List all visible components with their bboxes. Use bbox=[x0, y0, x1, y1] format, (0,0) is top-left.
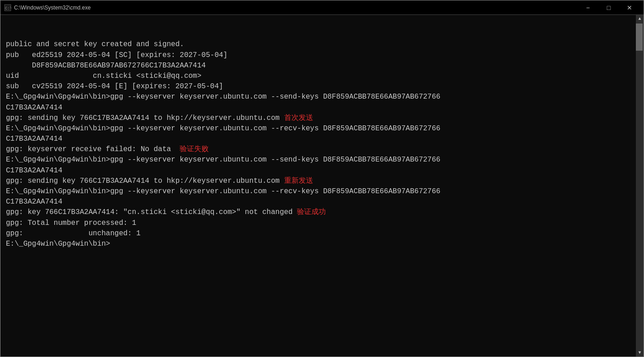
console-line: C17B3A2AA7414 bbox=[6, 134, 638, 144]
console-line: E:\_Gpg4win\Gpg4win\bin>gpg --keyserver … bbox=[6, 92, 638, 102]
console-line: gpg: Total number processed: 1 bbox=[6, 218, 638, 228]
console-line: gpg: sending key 766C17B3A2AA7414 to hkp… bbox=[6, 113, 638, 124]
minimize-button[interactable]: − bbox=[577, 0, 598, 15]
console-line: D8F859ACBB78E66AB97AB672766C17B3A2AA7414 bbox=[6, 61, 638, 71]
console-output: public and secret key created and signed… bbox=[0, 15, 644, 357]
scrollbar-thumb[interactable] bbox=[636, 24, 643, 51]
annotation-text: 验证失败 bbox=[180, 145, 209, 153]
console-line: E:\_Gpg4win\Gpg4win\bin>gpg --keyserver … bbox=[6, 186, 638, 197]
console-line: pub ed25519 2024-05-04 [SC] [expires: 20… bbox=[6, 50, 638, 61]
console-line: C17B3A2AA7414 bbox=[6, 197, 638, 207]
close-button[interactable]: ✕ bbox=[619, 0, 640, 15]
console-line: C17B3A2AA7414 bbox=[6, 166, 638, 176]
app-icon: C:\ bbox=[4, 4, 11, 11]
console-line: E:\_Gpg4win\Gpg4win\bin>gpg --keyserver … bbox=[6, 124, 638, 134]
console-line: public and secret key created and signed… bbox=[6, 39, 638, 50]
scrollbar-track[interactable] bbox=[636, 23, 644, 349]
annotation-text: 首次发送 bbox=[284, 114, 313, 122]
console-line: E:\_Gpg4win\Gpg4win\bin>gpg --keyserver … bbox=[6, 155, 638, 165]
annotation-text: 重新发送 bbox=[284, 177, 313, 185]
window-title: C:\Windows\System32\cmd.exe bbox=[14, 5, 577, 11]
console-line: gpg: unchanged: 1 bbox=[6, 228, 638, 239]
annotation-text: 验证成功 bbox=[297, 208, 326, 216]
console-text: public and secret key created and signed… bbox=[6, 19, 638, 249]
cmd-window: C:\ C:\Windows\System32\cmd.exe − □ ✕ pu… bbox=[0, 0, 644, 357]
console-line: C17B3A2AA7414 bbox=[6, 103, 638, 113]
maximize-button[interactable]: □ bbox=[598, 0, 619, 15]
console-line: gpg: keyserver receive failed: No data 验… bbox=[6, 144, 638, 155]
scroll-up-arrow[interactable]: ▲ bbox=[636, 15, 644, 23]
console-line: sub cv25519 2024-05-04 [E] [expires: 202… bbox=[6, 81, 638, 92]
titlebar: C:\ C:\Windows\System32\cmd.exe − □ ✕ bbox=[0, 0, 644, 15]
console-line: gpg: sending key 766C17B3A2AA7414 to hkp… bbox=[6, 176, 638, 186]
console-line: gpg: key 766C17B3A2AA7414: "cn.sticki <s… bbox=[6, 207, 638, 218]
console-line: uid cn.sticki <sticki@qq.com> bbox=[6, 71, 638, 81]
svg-text:C:\: C:\ bbox=[5, 6, 11, 11]
console-line: E:\_Gpg4win\Gpg4win\bin> bbox=[6, 239, 638, 249]
scroll-down-arrow[interactable]: ▼ bbox=[636, 349, 644, 357]
window-controls: − □ ✕ bbox=[577, 0, 640, 15]
scrollbar[interactable]: ▲ ▼ bbox=[636, 15, 644, 357]
